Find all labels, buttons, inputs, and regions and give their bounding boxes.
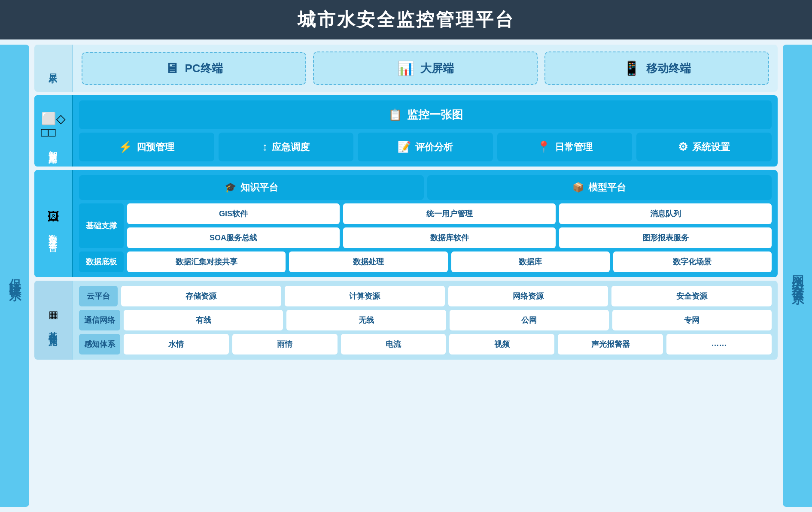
digital-section: 🖼 数字孪生平台 🎓 知识平台 📦 模型平台 [34,170,778,277]
page-header: 城市水安全监控管理平台 [0,0,812,39]
base-content: 云平台 存储资源 计算资源 网络资源 安全资源 通信网络 有线 [73,281,778,360]
smart-section: ⬜◇□□ 智慧应用 📋 监控一张图 ⚡ 四预管理 [34,95,778,167]
data-floor-row: 数据底板 数据汇集对接共享 数据处理 数据库 数字化场景 [79,251,772,272]
wireless[interactable]: 无线 [286,310,446,330]
digital-content: 🎓 知识平台 📦 模型平台 基础支撑 GIS软件 统一用户管理 消息队列 [73,170,778,277]
rain-condition[interactable]: 雨情 [232,334,338,354]
smart-label-text: 智慧应用 [48,144,59,151]
daily-icon: 📍 [537,140,550,154]
security-resource[interactable]: 安全资源 [611,286,772,306]
system-label: 系统设置 [692,141,730,154]
cloud-label: 云平台 [79,286,118,306]
infra-support-merged-label: 基础支撑 [79,203,124,248]
system-icon: ⚙ [678,140,688,154]
cloud-row: 云平台 存储资源 计算资源 网络资源 安全资源 [79,286,772,306]
network-resource[interactable]: 网络资源 [448,286,608,306]
terminal-large[interactable]: 📊 大屏端 [313,52,538,85]
alarm[interactable]: 声光报警器 [558,334,663,354]
model-icon: 📦 [572,182,584,193]
mobile-icon: 📱 [623,60,640,76]
digital-icon: 🖼 [47,209,59,224]
pc-label: PC终端 [185,61,222,76]
monitor-label: 监控一张图 [407,107,463,122]
message-queue[interactable]: 消息队列 [559,203,772,224]
compute-resource[interactable]: 计算资源 [285,286,445,306]
evaluation-label: 评价分析 [415,141,453,154]
private-net[interactable]: 专网 [612,310,772,330]
more: …… [666,334,772,354]
smart-label: ⬜◇□□ 智慧应用 [34,95,73,167]
app-emergency[interactable]: ↕ 应急调度 [219,133,354,161]
monitor-banner[interactable]: 📋 监控一张图 [79,100,772,129]
smart-icon: ⬜◇□□ [41,112,66,139]
app-four-pre[interactable]: ⚡ 四预管理 [79,133,214,161]
app-system[interactable]: ⚙ 系统设置 [636,133,772,161]
knowledge-label: 知识平台 [240,181,278,194]
user-management[interactable]: 统一用户管理 [343,203,556,224]
emergency-icon: ↕ [262,140,268,154]
large-label: 大屏端 [420,61,454,76]
digital-label-text: 数字孪生平台 [48,228,59,238]
left-sidebar-text: 保障体系 [6,269,23,283]
model-platform[interactable]: 📦 模型平台 [427,175,772,200]
smart-content: 📋 监控一张图 ⚡ 四预管理 ↕ 应急调度 📝 [73,95,778,167]
comm-label: 通信网络 [79,310,120,330]
chart-report[interactable]: 图形报表服务 [559,227,772,248]
daily-label: 日常管理 [555,141,593,154]
main-body: 保障体系 展示 🖥 PC终端 📊 大屏端 [0,39,812,512]
base-label-text: 基础设施 [48,325,59,332]
terminal-pc[interactable]: 🖥 PC终端 [82,52,306,85]
gis-software[interactable]: GIS软件 [127,203,340,224]
emergency-label: 应急调度 [272,141,310,154]
infra-items-row2: SOA服务总线 数据库软件 图形报表服务 [127,227,772,248]
large-icon: 📊 [397,60,414,76]
digital-label: 🖼 数字孪生平台 [34,170,73,277]
digital-icon-wrapper: 🖼 数字孪生平台 [47,209,59,238]
evaluation-icon: 📝 [397,140,411,154]
data-process[interactable]: 数据处理 [289,251,447,272]
right-sidebar-text: 网络安全体系 [789,266,806,286]
display-section: 展示 🖥 PC终端 📊 大屏端 📱 移动终端 [34,45,778,92]
soa-bus[interactable]: SOA服务总线 [127,227,340,248]
knowledge-platform[interactable]: 🎓 知识平台 [79,175,424,200]
data-collect[interactable]: 数据汇集对接共享 [127,251,286,272]
four-pre-label: 四预管理 [137,141,174,154]
wired[interactable]: 有线 [124,310,283,330]
center-content: 展示 🖥 PC终端 📊 大屏端 📱 移动终端 [31,45,781,507]
terminal-mobile[interactable]: 📱 移动终端 [544,52,769,85]
perception-label: 感知体系 [79,334,120,354]
database-software[interactable]: 数据库软件 [343,227,556,248]
comm-row: 通信网络 有线 无线 公网 专网 [79,310,772,330]
display-label: 展示 [34,45,73,92]
database[interactable]: 数据库 [451,251,610,272]
base-label: ▦ 基础设施 [34,281,73,360]
knowledge-icon: 🎓 [225,182,236,193]
platform-row: 🎓 知识平台 📦 模型平台 [79,175,772,200]
electric-current[interactable]: 电流 [341,334,446,354]
pc-icon: 🖥 [165,61,179,76]
base-section: ▦ 基础设施 云平台 存储资源 计算资源 网络资源 安全资源 [34,281,778,360]
infra-support-wrapper: 基础支撑 GIS软件 统一用户管理 消息队列 SOA服务总线 数据库软件 图形报… [79,203,772,248]
apps-row: ⚡ 四预管理 ↕ 应急调度 📝 评价分析 📍 [79,133,772,161]
smart-icon-wrapper: ⬜◇□□ 智慧应用 [41,112,66,151]
storage-resource[interactable]: 存储资源 [121,286,281,306]
public-net[interactable]: 公网 [450,310,609,330]
perception-row: 感知体系 水情 雨情 电流 视频 声光报警器 …… [79,334,772,354]
video[interactable]: 视频 [449,334,554,354]
monitor-icon: 📋 [388,108,402,121]
infra-items-row1: GIS软件 统一用户管理 消息队列 [127,203,772,224]
base-icon-wrapper: ▦ 基础设施 [48,309,59,332]
app-daily[interactable]: 📍 日常管理 [497,133,633,161]
digital-scene[interactable]: 数字化场景 [613,251,772,272]
data-floor-items: 数据汇集对接共享 数据处理 数据库 数字化场景 [127,251,772,272]
comm-items: 有线 无线 公网 专网 [124,310,772,330]
four-pre-icon: ⚡ [119,140,132,154]
water-condition[interactable]: 水情 [124,334,229,354]
left-sidebar: 保障体系 [0,45,29,507]
mobile-label: 移动终端 [646,61,691,76]
page-title: 城市水安全监控管理平台 [298,9,515,30]
model-label: 模型平台 [588,181,626,194]
terminals-container: 🖥 PC终端 📊 大屏端 📱 移动终端 [73,45,778,92]
cloud-items: 存储资源 计算资源 网络资源 安全资源 [121,286,772,306]
app-evaluation[interactable]: 📝 评价分析 [358,133,493,161]
